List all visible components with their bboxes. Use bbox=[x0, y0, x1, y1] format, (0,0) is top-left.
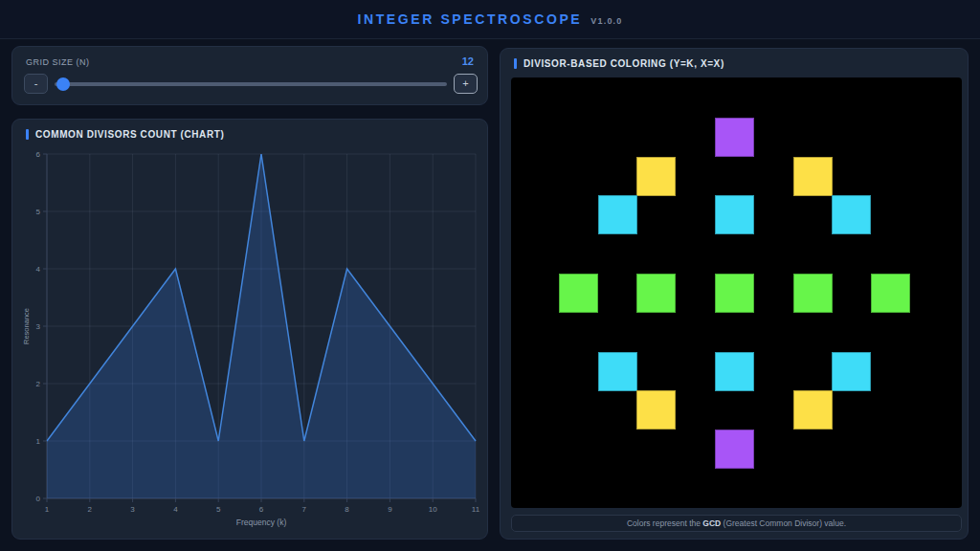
grid-size-value: 12 bbox=[462, 55, 474, 67]
grid-cell-gcd-4 bbox=[598, 195, 637, 234]
x-tick-label: 2 bbox=[88, 505, 93, 514]
app-title: INTEGER SPECTROSCOPE bbox=[357, 11, 582, 27]
grid-cell-gcd-4 bbox=[715, 352, 754, 391]
y-tick-label: 2 bbox=[36, 380, 41, 388]
x-tick-label: 1 bbox=[45, 505, 50, 514]
x-tick-label: 10 bbox=[429, 505, 437, 514]
grid-panel-title: DIVISOR-BASED COLORING (Y=K, X=X) bbox=[523, 58, 724, 69]
common-divisors-area-chart: 12345678910110123456Frequency (k)Resonan… bbox=[12, 120, 489, 540]
grid-cell-gcd-4 bbox=[832, 195, 871, 234]
grid-cell-gcd-6 bbox=[793, 274, 833, 313]
y-tick-label: 6 bbox=[36, 150, 41, 159]
grid-cell-gcd-3 bbox=[636, 390, 676, 430]
grid-cell-gcd-6 bbox=[715, 274, 754, 313]
slider-track[interactable] bbox=[55, 82, 447, 86]
y-tick-label: 1 bbox=[36, 437, 41, 446]
divisor-coloring-panel: DIVISOR-BASED COLORING (Y=K, X=X) Colors… bbox=[500, 48, 969, 540]
decrease-grid-size-button[interactable]: - bbox=[24, 74, 48, 94]
title-accent-bar bbox=[514, 58, 517, 69]
x-tick-label: 3 bbox=[130, 505, 135, 514]
grid-panel-title-row: DIVISOR-BASED COLORING (Y=K, X=X) bbox=[514, 58, 724, 69]
grid-size-slider[interactable] bbox=[55, 77, 447, 91]
grid-cell-gcd-6 bbox=[636, 274, 676, 313]
x-tick-label: 5 bbox=[216, 505, 221, 514]
x-axis-title: Frequency (k) bbox=[236, 518, 287, 527]
y-tick-label: 5 bbox=[36, 208, 41, 216]
y-axis-title: Resonance bbox=[22, 308, 31, 344]
grid-size-label: GRID SIZE (N) bbox=[26, 57, 90, 67]
app-header: INTEGER SPECTROSCOPE V1.0.0 bbox=[0, 0, 980, 39]
divisor-grid-canvas bbox=[511, 77, 962, 508]
x-tick-label: 8 bbox=[345, 505, 349, 514]
grid-size-header-row: GRID SIZE (N) 12 bbox=[12, 47, 487, 67]
caption-gcd: GCD bbox=[702, 518, 721, 528]
x-tick-label: 6 bbox=[259, 505, 264, 514]
caption-prefix: Colors represent the bbox=[627, 518, 702, 528]
caption-suffix: (Greatest Common Divisor) value. bbox=[721, 518, 846, 528]
y-tick-label: 0 bbox=[36, 495, 41, 503]
increase-grid-size-button[interactable]: + bbox=[454, 74, 478, 94]
grid-cell-gcd-6 bbox=[871, 274, 910, 313]
y-tick-label: 4 bbox=[36, 265, 41, 274]
grid-cell-gcd-3 bbox=[636, 157, 676, 196]
grid-cell-gcd-6 bbox=[559, 274, 598, 313]
y-tick-label: 3 bbox=[36, 322, 41, 331]
chart-panel: COMMON DIVISORS COUNT (CHART) 1234567891… bbox=[11, 119, 488, 540]
grid-cell-gcd-4 bbox=[598, 352, 637, 391]
app-version: V1.0.0 bbox=[590, 13, 622, 26]
grid-size-controls: - + bbox=[12, 67, 487, 94]
grid-cell-gcd-3 bbox=[793, 390, 833, 430]
x-tick-label: 7 bbox=[302, 505, 307, 514]
grid-cell-gcd-4 bbox=[715, 195, 754, 234]
x-tick-label: 4 bbox=[173, 505, 178, 514]
gcd-caption: Colors represent the GCD (Greatest Commo… bbox=[511, 515, 962, 532]
grid-cell-gcd-2 bbox=[715, 118, 754, 157]
slider-thumb[interactable] bbox=[56, 77, 70, 91]
x-tick-label: 11 bbox=[472, 505, 480, 514]
grid-cell-gcd-3 bbox=[793, 157, 833, 196]
x-tick-label: 9 bbox=[388, 505, 392, 514]
grid-cell-gcd-4 bbox=[832, 352, 871, 391]
grid-size-panel: GRID SIZE (N) 12 - + bbox=[11, 46, 488, 105]
grid-cell-gcd-2 bbox=[715, 430, 754, 469]
